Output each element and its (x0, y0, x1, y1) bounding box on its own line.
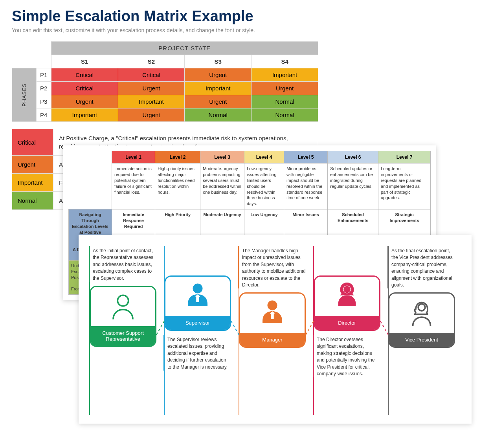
phase-row-P2: P2 (36, 82, 51, 95)
level-desc: Long-term improvements or requests are p… (378, 163, 430, 209)
role-label: Manager (240, 333, 305, 347)
matrix-cell: Important (118, 95, 185, 108)
matrix-cell: Critical (51, 82, 118, 95)
level-subhead: Scheduled Enhancements (328, 209, 378, 232)
person-icon (182, 281, 213, 312)
matrix-cell: Urgent (51, 95, 118, 108)
matrix-cell: Urgent (185, 95, 252, 108)
phase-row-P3: P3 (36, 95, 51, 108)
svg-point-9 (418, 304, 425, 311)
legend-tag-urgent: Urgent (12, 156, 53, 174)
matrix-cell: Normal (252, 95, 318, 108)
level-desc: High-priority issues affecting major fun… (155, 163, 200, 209)
connector-line (156, 321, 165, 335)
level-header-1: Level 1 (112, 151, 155, 163)
phase-row-P4: P4 (36, 108, 51, 122)
state-col-S3: S3 (185, 55, 252, 68)
matrix-cell: Urgent (118, 108, 185, 122)
role-grey: As the final escalation point, the Vice … (388, 246, 455, 348)
level-header-3: Level 3 (200, 151, 244, 163)
role-label: Customer Support Representative (91, 326, 155, 346)
matrix-cell: Important (185, 82, 252, 95)
role-red: DirectorThe Director oversees significan… (314, 275, 380, 377)
level-subhead: Minor Issues (284, 209, 328, 232)
level-desc: Moderate-urgency problems impacting seve… (200, 163, 244, 209)
page-title: Simple Escalation Matrix Example (12, 8, 480, 25)
role-desc: The Manager handles high-impact or unres… (238, 246, 306, 288)
connector-line (380, 321, 389, 335)
role-desc: The Director oversees significant escala… (313, 335, 380, 377)
role-desc: As the initial point of contact, the Rep… (89, 246, 156, 282)
legend-tag-normal: Normal (12, 192, 53, 210)
state-col-S4: S4 (252, 55, 318, 68)
matrix-cell: Urgent (252, 82, 318, 95)
role-label: Vice President (389, 333, 454, 347)
svg-point-0 (117, 295, 129, 306)
role-label: Supervisor (165, 316, 230, 330)
level-desc: Scheduled updates or enhancements can be… (328, 163, 378, 209)
page-subtitle: You can edit this text, customize it wit… (12, 27, 480, 33)
role-blue: SupervisorThe Supervisor reviews escalat… (164, 275, 231, 371)
level-subhead: Immediate Response Required (112, 209, 155, 232)
state-col-S1: S1 (51, 55, 118, 68)
matrix-cell: Important (252, 68, 318, 82)
level-subhead: Moderate Urgency (200, 209, 244, 232)
person-icon (331, 281, 363, 312)
matrix-cell: Critical (51, 68, 118, 82)
level-header-4: Level 4 (244, 151, 284, 163)
connector-line (305, 321, 314, 335)
matrix-cell: Normal (252, 108, 318, 122)
roles-card: As the initial point of contact, the Rep… (79, 235, 472, 424)
level-desc: Minor problems with negligible impact sh… (284, 163, 328, 209)
matrix-cell: Important (51, 108, 118, 122)
level-header-7: Level 7 (378, 151, 430, 163)
level-desc: Immediate action is required due to pote… (112, 163, 155, 209)
level-header-2: Level 2 (155, 151, 200, 163)
connector-line (231, 321, 239, 335)
role-label: Director (315, 316, 379, 330)
role-green: As the initial point of contact, the Rep… (90, 246, 156, 347)
person-icon (107, 291, 139, 322)
matrix-cell: Critical (118, 68, 185, 82)
svg-point-8 (343, 286, 351, 293)
person-icon (257, 297, 288, 329)
level-header-5: Level 5 (284, 151, 328, 163)
role-orange: The Manager handles high-impact or unres… (239, 246, 306, 348)
svg-point-1 (193, 284, 203, 294)
svg-point-4 (268, 301, 277, 310)
phases-header: PHASES (12, 68, 37, 122)
phase-row-P1: P1 (36, 68, 51, 82)
level-desc: Low-urgency issues affecting limited use… (244, 163, 284, 209)
legend-tag-important: Important (12, 174, 53, 192)
matrix-cell: Urgent (185, 68, 252, 82)
legend-tag-critical: Critical (12, 129, 53, 156)
level-subhead: High Priority (155, 209, 200, 232)
role-desc: The Supervisor reviews escalated issues,… (163, 335, 231, 371)
person-icon (406, 297, 437, 329)
state-col-S2: S2 (118, 55, 185, 68)
level-subhead: Strategic Improvements (378, 209, 430, 232)
level-subhead: Low Urgency (244, 209, 284, 232)
matrix-cell: Normal (185, 108, 252, 122)
project-state-header: PROJECT STATE (51, 42, 318, 55)
level-header-6: Level 6 (328, 151, 378, 163)
matrix-cell: Urgent (118, 82, 185, 95)
role-desc: As the final escalation point, the Vice … (387, 246, 455, 288)
